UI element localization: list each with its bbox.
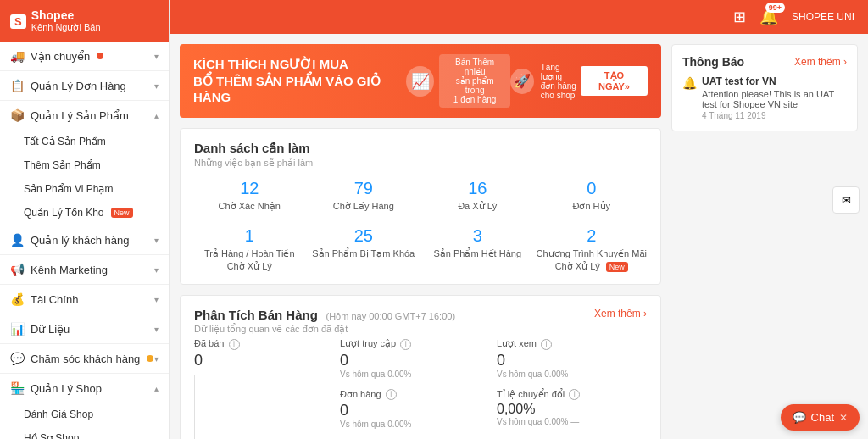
chart-column: Đã bán i 0 00:00 06:00 12:00 <box>194 338 330 439</box>
task-list-subtitle: Những việc bạn sẽ phải làm <box>194 158 647 169</box>
banner-cta-button[interactable]: TẠO NGAY» <box>581 66 648 96</box>
info-icon-da-ban[interactable]: i <box>229 339 240 350</box>
notification-badge: 99+ <box>765 3 785 13</box>
stat-luot-xem: Lượt xem i 0 Vs hôm qua 0.00% — <box>497 338 647 379</box>
topbar: ⊞ 🔔 99+ SHOPEE UNI <box>170 0 868 34</box>
stat-value-truy-cap: 0 <box>340 352 490 370</box>
info-icon-luot-xem[interactable]: i <box>541 339 552 350</box>
analytics-xem-them-link[interactable]: Xem thêm › <box>594 308 647 320</box>
task-list-card: Danh sách cần làm Những việc bạn sẽ phải… <box>180 128 661 285</box>
close-icon[interactable]: ✕ <box>839 412 848 424</box>
sidebar-section-van-chuyen: 🚚 Vận chuyển ▾ <box>0 42 169 71</box>
task-grid-bottom: 1 Trả Hàng / Hoàn Tiền Chờ Xử Lý 25 Sản … <box>194 219 647 272</box>
new-badge: New <box>111 208 133 218</box>
task-tra-hang[interactable]: 1 Trả Hàng / Hoàn Tiền Chờ Xử Lý <box>194 226 305 272</box>
sidebar-label-cham-soc: Chăm sóc khách hàng <box>31 353 140 365</box>
grid-icon[interactable]: ⊞ <box>733 8 746 26</box>
task-value-tra-hang: 1 <box>194 226 305 246</box>
shopee-uni-link[interactable]: SHOPEE UNI <box>792 11 854 23</box>
sidebar-item-khach-hang[interactable]: 👤 Quản lý khách hàng ▾ <box>0 225 169 254</box>
sidebar-item-them-san-pham[interactable]: Thêm Sản Phẩm <box>0 153 169 177</box>
task-label-cho-xac-nhan: Chờ Xác Nhận <box>194 200 305 212</box>
chevron-down-icon: ▾ <box>154 295 159 304</box>
chevron-up-icon: ▴ <box>154 384 159 393</box>
sidebar-label-khach-hang: Quản lý khách hàng <box>31 234 129 247</box>
task-label-don-huy: Đơn Hủy <box>537 200 648 212</box>
task-label-khuyen-mai: Chương Trình Khuyến Mãi Chờ Xử Lý New <box>537 247 648 272</box>
sidebar-item-tat-ca-san-pham[interactable]: Tất Cả Sản Phẩm <box>0 130 169 153</box>
customer-icon: 👤 <box>10 233 24 247</box>
sidebar-item-marketing[interactable]: 📢 Kênh Marketing ▾ <box>0 255 169 284</box>
banner-chart-icon: 📈 <box>406 66 434 97</box>
info-icon-ti-le[interactable]: i <box>569 389 580 400</box>
sidebar-item-du-lieu[interactable]: 📊 Dữ Liệu ▾ <box>0 314 169 343</box>
task-cho-xac-nhan[interactable]: 12 Chờ Xác Nhận <box>194 179 305 212</box>
sidebar-item-cham-soc[interactable]: 💬 Chăm sóc khách hàng ▾ <box>0 344 169 373</box>
banner-right-text1: Tăng lượng <box>541 63 581 81</box>
sidebar-item-don-hang[interactable]: 📋 Quản Lý Đơn Hàng ▾ <box>0 71 169 100</box>
sidebar-section-cham-soc: 💬 Chăm sóc khách hàng ▾ <box>0 344 169 374</box>
sidebar-item-ho-so-shop[interactable]: Hồ Sơ Shop <box>0 426 169 439</box>
sidebar-logo-text: Shopee <box>31 8 101 22</box>
task-cho-lay-hang[interactable]: 79 Chờ Lấy Hàng <box>309 179 420 212</box>
sidebar-item-san-pham[interactable]: 📦 Quản Lý Sản Phẩm ▴ <box>0 101 169 130</box>
sidebar-item-san-pham-vi-pham[interactable]: Sản Phẩm Vi Phạm <box>0 177 169 201</box>
sidebar-item-van-chuyen[interactable]: 🚚 Vận chuyển ▾ <box>0 42 169 70</box>
thong-bao-item: 🔔 UAT test for VN Attention please! This… <box>682 75 847 120</box>
sidebar-label-quan-ly-shop: Quản Lý Shop <box>31 382 102 395</box>
task-don-huy[interactable]: 0 Đơn Hủy <box>537 179 648 212</box>
task-value-tam-khoa: 25 <box>309 226 420 246</box>
sidebar-item-danh-gia-shop[interactable]: Đánh Giá Shop <box>0 403 169 426</box>
sidebar-label-marketing: Kênh Marketing <box>31 264 108 276</box>
shop-icon: 🏪 <box>10 381 24 395</box>
info-icon-truy-cap[interactable]: i <box>400 339 411 350</box>
mail-icon-button[interactable]: ✉ <box>832 186 860 214</box>
sidebar-item-quan-ly-shop[interactable]: 🏪 Quản Lý Shop ▴ <box>0 374 169 403</box>
thong-bao-title: Thông Báo <box>682 55 744 69</box>
task-da-xu-ly[interactable]: 16 Đã Xử Lý <box>422 179 533 212</box>
chevron-down-icon: ▾ <box>154 325 159 334</box>
analytics-subtitle: Dữ liệu tổng quan về các đơn đã đặt <box>194 324 455 335</box>
stat-don-hang: Đơn hàng i 0 Vs hôm qua 0.00% — <box>340 389 490 430</box>
sidebar-label-van-chuyen: Vận chuyển <box>31 50 90 63</box>
task-label-tra-hang: Trả Hàng / Hoàn Tiền Chờ Xử Lý <box>194 247 305 272</box>
chat-button[interactable]: 💬 Chat ✕ <box>781 404 860 431</box>
sidebar-logo-sub: Kênh Người Bán <box>31 22 101 33</box>
notification-button[interactable]: 🔔 99+ <box>760 8 778 26</box>
banner-right-text2: đơn hàng <box>541 81 581 91</box>
analytics-stats-column: Lượt truy cập i 0 Vs hôm qua 0.00% — Lượ… <box>340 338 647 439</box>
marketing-icon: 📢 <box>10 263 24 276</box>
thong-bao-xem-them-link[interactable]: Xem thêm › <box>794 56 847 68</box>
thong-bao-item-title: UAT test for VN <box>702 75 776 87</box>
promotional-banner: KÍCH THÍCH NGƯỜI MUA BỔ THÊM SẢN PHẨM VÀ… <box>180 44 661 118</box>
sidebar-item-ton-kho[interactable]: Quản Lý Tồn Kho New <box>0 201 169 225</box>
analytics-title: Phân Tích Bán Hàng <box>194 308 318 322</box>
info-icon-don-hang[interactable]: i <box>386 389 397 400</box>
task-het-hang[interactable]: 3 Sản Phẩm Hết Hàng <box>422 226 533 272</box>
stat-value-don-hang: 0 <box>340 402 490 420</box>
task-tam-khoa[interactable]: 25 Sản Phẩm Bị Tạm Khóa <box>309 226 420 272</box>
sidebar-section-tai-chinh: 💰 Tài Chính ▾ <box>0 285 169 314</box>
sidebar-section-san-pham: 📦 Quản Lý Sản Phẩm ▴ Tất Cả Sản Phẩm Thê… <box>0 101 169 225</box>
chevron-down-icon: ▾ <box>154 265 159 275</box>
stat-change-luot-xem: Vs hôm qua 0.00% — <box>497 370 647 379</box>
task-label-het-hang: Sản Phẩm Hết Hàng <box>422 247 533 259</box>
notification-bell-icon: 🔔 <box>682 76 697 90</box>
task-khuyen-mai[interactable]: 2 Chương Trình Khuyến Mãi Chờ Xử Lý New <box>537 226 648 272</box>
chevron-up-icon: ▴ <box>154 111 159 120</box>
sidebar-section-marketing: 📢 Kênh Marketing ▾ <box>0 255 169 285</box>
chevron-down-icon: ▾ <box>154 236 159 245</box>
stat-value-da-ban: 0 <box>194 352 330 370</box>
sidebar-item-tai-chinh[interactable]: 💰 Tài Chính ▾ <box>0 285 169 314</box>
stat-luot-truy-cap: Lượt truy cập i 0 Vs hôm qua 0.00% — <box>340 338 490 379</box>
chevron-down-icon: ▾ <box>154 52 159 61</box>
task-label-tam-khoa: Sản Phẩm Bị Tạm Khóa <box>309 247 420 259</box>
content-left: KÍCH THÍCH NGƯỜI MUA BỔ THÊM SẢN PHẨM VÀ… <box>180 44 661 439</box>
analytics-time: (Hôm nay 00:00 GMT+7 16:00) <box>326 311 455 321</box>
stat-value-luot-xem: 0 <box>497 352 647 370</box>
task-label-da-xu-ly: Đã Xử Lý <box>422 200 533 212</box>
sidebar-section-khach-hang: 👤 Quản lý khách hàng ▾ <box>0 225 169 255</box>
data-icon: 📊 <box>10 322 24 336</box>
sidebar-header: S Shopee Kênh Người Bán <box>0 0 169 42</box>
sidebar-label-tai-chinh: Tài Chính <box>31 293 78 306</box>
